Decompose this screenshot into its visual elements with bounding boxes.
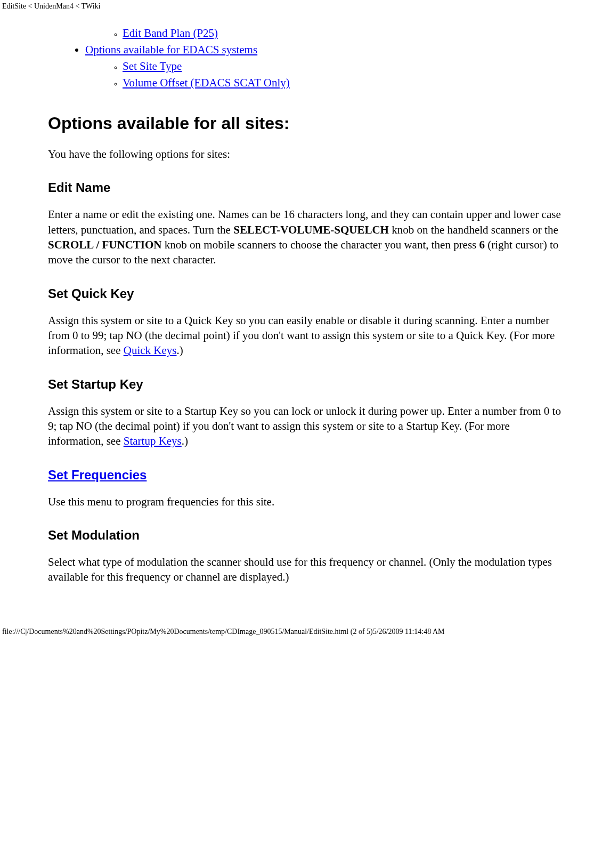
text-set-startup-key: Assign this system or site to a Startup … <box>48 404 562 449</box>
text-quick-key-post: .) <box>176 344 183 357</box>
heading-set-startup-key: Set Startup Key <box>48 377 562 392</box>
text-edit-name-mid1: knob on the handheld scanners or the <box>389 223 558 236</box>
text-set-frequencies: Use this menu to program frequencies for… <box>48 494 562 509</box>
text-set-modulation: Select what type of modulation the scann… <box>48 554 562 585</box>
toc-list: Edit Band Plan (P25) Options available f… <box>48 27 562 90</box>
main-content: Edit Band Plan (P25) Options available f… <box>48 27 562 585</box>
page-footer-path: file:///C|/Documents%20and%20Settings/PO… <box>0 628 610 639</box>
toc-link-volume-offset[interactable]: Volume Offset (EDACS SCAT Only) <box>123 76 290 89</box>
text-startup-key-post: .) <box>182 435 188 447</box>
text-edit-name: Enter a name or edit the existing one. N… <box>48 207 562 267</box>
toc-item-edit-band-plan: Edit Band Plan (P25) <box>123 27 562 40</box>
toc-sublist-0: Edit Band Plan (P25) <box>85 27 562 40</box>
toc-link-set-site-type[interactable]: Set Site Type <box>123 60 182 73</box>
heading-set-frequencies: Set Frequencies <box>48 468 562 483</box>
link-quick-keys[interactable]: Quick Keys <box>124 344 177 357</box>
toc-item-edacs-options: Options available for EDACS systems Set … <box>85 43 562 90</box>
text-edit-name-mid2: knob on mobile scanners to choose the ch… <box>162 238 479 251</box>
toc-item-set-site-type: Set Site Type <box>123 60 562 73</box>
link-startup-keys[interactable]: Startup Keys <box>124 435 182 447</box>
toc-item-volume-offset: Volume Offset (EDACS SCAT Only) <box>123 76 562 90</box>
page-header-breadcrumb: EditSite < UnidenMan4 < TWiki <box>0 0 610 11</box>
text-set-quick-key: Assign this system or site to a Quick Ke… <box>48 313 562 358</box>
heading-set-modulation: Set Modulation <box>48 528 562 543</box>
bold-six: 6 <box>479 238 485 251</box>
link-set-frequencies[interactable]: Set Frequencies <box>48 468 147 482</box>
text-options-intro: You have the following options for sites… <box>48 147 562 162</box>
heading-edit-name: Edit Name <box>48 180 562 195</box>
bold-select-volume-squelch: SELECT-VOLUME-SQUELCH <box>233 223 389 236</box>
heading-set-quick-key: Set Quick Key <box>48 286 562 301</box>
heading-options-all-sites: Options available for all sites: <box>48 114 562 133</box>
toc-link-edacs-options[interactable]: Options available for EDACS systems <box>85 43 257 56</box>
toc-sublist-1: Set Site Type Volume Offset (EDACS SCAT … <box>85 60 562 90</box>
bold-scroll-function: SCROLL / FUNCTION <box>48 238 162 251</box>
toc-link-edit-band-plan[interactable]: Edit Band Plan (P25) <box>123 27 218 39</box>
